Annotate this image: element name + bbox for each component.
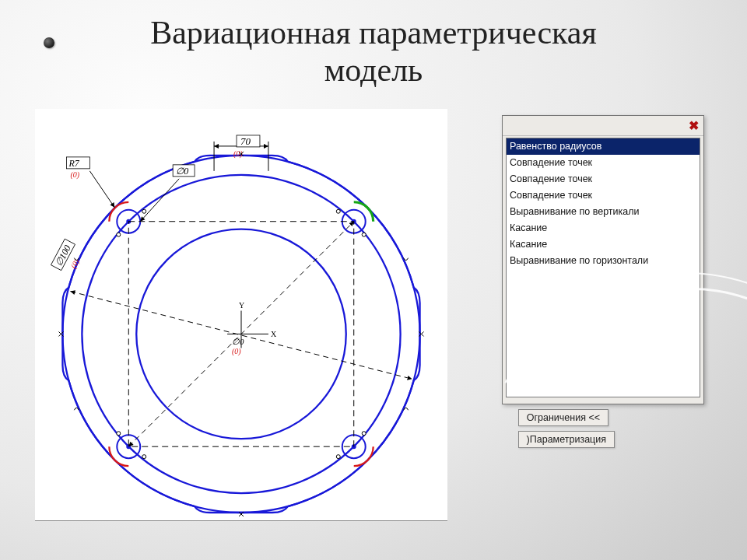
svg-line-26 <box>89 171 114 208</box>
constraints-button[interactable]: Ограничения << <box>518 409 608 426</box>
svg-point-50 <box>117 432 121 436</box>
svg-line-30 <box>140 179 179 222</box>
list-item[interactable]: Касание <box>507 220 700 236</box>
svg-point-48 <box>117 233 121 236</box>
svg-point-46 <box>142 455 146 459</box>
close-icon[interactable]: ✖ <box>689 118 699 133</box>
svg-text:(0): (0) <box>70 170 79 180</box>
title-line-2: модель <box>324 52 423 88</box>
svg-text:70: 70 <box>240 135 251 147</box>
svg-point-49 <box>362 233 366 236</box>
svg-text:X: X <box>271 330 277 338</box>
svg-text:Y: Y <box>239 301 244 310</box>
svg-text:(0): (0) <box>232 347 241 356</box>
svg-text:R7: R7 <box>68 158 79 169</box>
parametrization-tab[interactable]: )Параметризация <box>518 431 615 448</box>
constraints-list[interactable]: Равенство радиусов Совпадение точек Совп… <box>506 138 700 397</box>
svg-text:∅0: ∅0 <box>176 166 188 177</box>
svg-point-44 <box>142 209 146 213</box>
list-item[interactable]: Совпадение точек <box>507 155 700 171</box>
svg-point-51 <box>362 432 366 436</box>
cad-drawing-canvas: X Y ∅0 (0) 70 (0) R7 (0) <box>35 109 447 521</box>
list-item[interactable]: Выравнивание по вертикали <box>507 204 700 220</box>
constraints-panel: ✖ Равенство радиусов Совпадение точек Со… <box>502 115 704 404</box>
slide-title: Вариационная параметрическая модель <box>0 14 747 89</box>
panel-header: ✖ <box>503 116 703 136</box>
svg-text:∅0: ∅0 <box>232 337 244 346</box>
title-line-1: Вариационная параметрическая <box>150 15 597 51</box>
list-item[interactable]: Выравнивание по горизонтали <box>507 253 700 269</box>
svg-point-45 <box>336 209 340 213</box>
list-item[interactable]: Совпадение точек <box>507 187 700 204</box>
list-item[interactable]: Равенство радиусов <box>507 138 700 155</box>
svg-point-47 <box>336 455 340 459</box>
cad-sketch-svg: X Y ∅0 (0) 70 (0) R7 (0) <box>35 109 447 520</box>
list-item[interactable]: Касание <box>507 236 700 253</box>
list-item[interactable]: Совпадение точек <box>507 171 700 187</box>
